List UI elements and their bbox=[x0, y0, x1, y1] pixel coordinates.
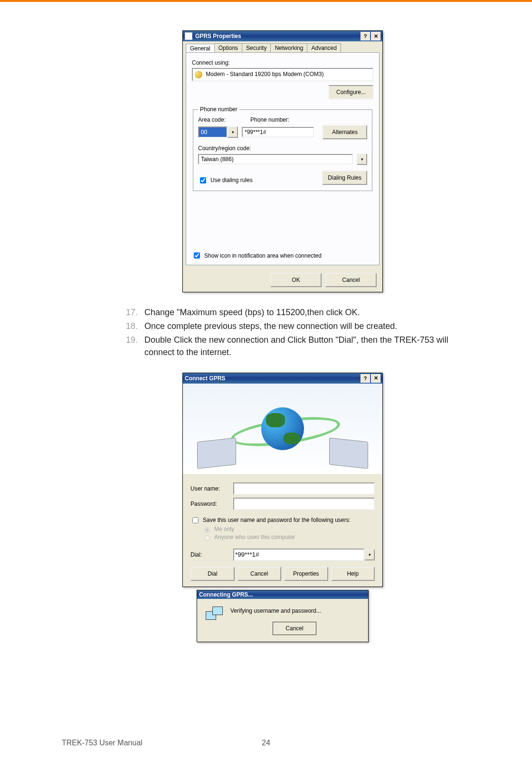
save-credentials-label: Save this user name and password for the… bbox=[203, 517, 351, 523]
anyone-label: Anyone who uses this computer bbox=[214, 534, 295, 540]
page-footer: TREK-753 User Manual 24 bbox=[62, 739, 470, 747]
dialing-rules-button[interactable]: Dialing Rules bbox=[322, 171, 367, 185]
area-code-dropdown-icon[interactable]: ▾ bbox=[228, 126, 238, 138]
tab-networking[interactable]: Networking bbox=[270, 43, 307, 52]
step-18: 18. Once complete previous steps, the ne… bbox=[119, 320, 470, 332]
close-button[interactable]: ✕ bbox=[371, 374, 380, 383]
properties-button[interactable]: Properties bbox=[284, 567, 328, 581]
country-label: Country/region code: bbox=[198, 145, 367, 152]
alternates-button[interactable]: Alternates bbox=[323, 125, 367, 139]
titlebar[interactable]: GPRS Properties ? ✕ bbox=[183, 31, 382, 41]
help-button[interactable]: ? bbox=[361, 374, 370, 383]
tab-options[interactable]: Options bbox=[214, 43, 242, 52]
username-label: User name: bbox=[190, 485, 233, 492]
globe-icon bbox=[261, 407, 304, 450]
phone-number-group: Phone number Area code: Phone number: ▾ … bbox=[193, 106, 372, 191]
step-text: Change "Maximum speed (bps) to 115200,th… bbox=[144, 307, 470, 318]
show-icon-checkbox[interactable]: Show icon in notification area when conn… bbox=[192, 251, 322, 260]
anyone-radio: Anyone who uses this computer bbox=[202, 534, 375, 541]
titlebar[interactable]: Connecting GPRS... bbox=[197, 590, 368, 599]
phone-number-input[interactable] bbox=[242, 127, 314, 137]
laptop-right-icon bbox=[329, 437, 368, 469]
use-dialing-rules-input[interactable] bbox=[200, 177, 206, 183]
dialog-title: Connect GPRS bbox=[185, 375, 225, 382]
cancel-button[interactable]: Cancel bbox=[273, 622, 316, 635]
show-icon-label: Show icon in notification area when conn… bbox=[204, 252, 322, 259]
dial-dropdown-icon[interactable]: ▾ bbox=[364, 549, 375, 560]
connect-using-label: Connect using: bbox=[192, 59, 373, 66]
dialog-body: Verifying username and password... Cance… bbox=[197, 599, 368, 642]
save-credentials-input[interactable] bbox=[192, 517, 199, 523]
dial-label: Dial: bbox=[190, 551, 233, 558]
step-number: 19. bbox=[119, 334, 138, 358]
use-dialing-rules-checkbox[interactable]: Use dialing rules bbox=[198, 176, 253, 185]
step-text: Double Click the new connection and Clic… bbox=[144, 334, 470, 358]
status-message: Verifying username and password... bbox=[230, 607, 321, 614]
anyone-input bbox=[204, 535, 210, 541]
country-dropdown-icon[interactable]: ▾ bbox=[357, 154, 367, 165]
app-icon bbox=[185, 32, 192, 40]
help-button[interactable]: ? bbox=[361, 32, 370, 40]
dial-input[interactable] bbox=[233, 549, 364, 561]
cancel-button[interactable]: Cancel bbox=[325, 273, 377, 287]
username-input[interactable] bbox=[233, 482, 375, 495]
tab-advanced[interactable]: Advanced bbox=[307, 43, 341, 52]
connect-gprs-dialog: Connect GPRS ? ✕ User name: Password: bbox=[182, 373, 383, 587]
manual-title: TREK-753 User Manual bbox=[62, 739, 142, 747]
save-credentials-checkbox[interactable]: Save this user name and password for the… bbox=[190, 516, 375, 525]
me-only-input bbox=[204, 527, 210, 533]
country-select[interactable] bbox=[198, 154, 353, 164]
connecting-gprs-dialog: Connecting GPRS... Verifying username an… bbox=[197, 590, 369, 642]
password-input[interactable] bbox=[233, 498, 375, 510]
step-number: 18. bbox=[119, 320, 138, 332]
area-code-label: Area code: bbox=[198, 116, 236, 123]
show-icon-input[interactable] bbox=[194, 252, 200, 259]
help-button[interactable]: Help bbox=[331, 567, 375, 581]
instruction-list: 17. Change "Maximum speed (bps) to 11520… bbox=[95, 307, 470, 358]
step-17: 17. Change "Maximum speed (bps) to 11520… bbox=[119, 307, 470, 318]
me-only-label: Me only bbox=[214, 526, 234, 532]
gprs-properties-dialog: GPRS Properties ? ✕ General Options Secu… bbox=[182, 30, 383, 292]
tab-security[interactable]: Security bbox=[242, 43, 271, 52]
page-number: 24 bbox=[262, 739, 270, 747]
ok-button[interactable]: OK bbox=[270, 273, 322, 287]
tab-strip: General Options Security Networking Adva… bbox=[183, 43, 382, 52]
dialog-title: GPRS Properties bbox=[195, 33, 241, 39]
dialog-title: Connecting GPRS... bbox=[199, 591, 253, 598]
modem-icon bbox=[195, 71, 202, 78]
close-button[interactable]: ✕ bbox=[371, 32, 380, 40]
dialog-footer: OK Cancel bbox=[183, 268, 382, 292]
tab-general[interactable]: General bbox=[186, 44, 215, 53]
dialog-body: User name: Password: Save this user name… bbox=[183, 474, 382, 587]
password-label: Password: bbox=[190, 501, 233, 507]
step-19: 19. Double Click the new connection and … bbox=[119, 334, 470, 358]
phone-group-legend: Phone number bbox=[198, 106, 239, 113]
step-text: Once complete previous steps, the new co… bbox=[144, 320, 470, 332]
connection-illustration bbox=[183, 384, 382, 474]
network-icon bbox=[206, 607, 223, 621]
modem-listbox[interactable]: Modem - Standard 19200 bps Modem (COM3) bbox=[192, 68, 373, 81]
area-code-input[interactable] bbox=[198, 126, 228, 138]
laptop-left-icon bbox=[197, 437, 236, 469]
dial-button[interactable]: Dial bbox=[190, 567, 235, 581]
cancel-button[interactable]: Cancel bbox=[238, 567, 282, 581]
phone-number-label: Phone number: bbox=[250, 116, 289, 123]
configure-button[interactable]: Configure... bbox=[329, 85, 373, 99]
modem-value: Modem - Standard 19200 bps Modem (COM3) bbox=[206, 71, 323, 77]
step-number: 17. bbox=[119, 307, 138, 318]
use-dialing-rules-label: Use dialing rules bbox=[210, 177, 253, 183]
me-only-radio: Me only bbox=[202, 526, 375, 533]
titlebar[interactable]: Connect GPRS ? ✕ bbox=[183, 373, 382, 384]
tab-panel-general: Connect using: Modem - Standard 19200 bp… bbox=[186, 52, 380, 265]
